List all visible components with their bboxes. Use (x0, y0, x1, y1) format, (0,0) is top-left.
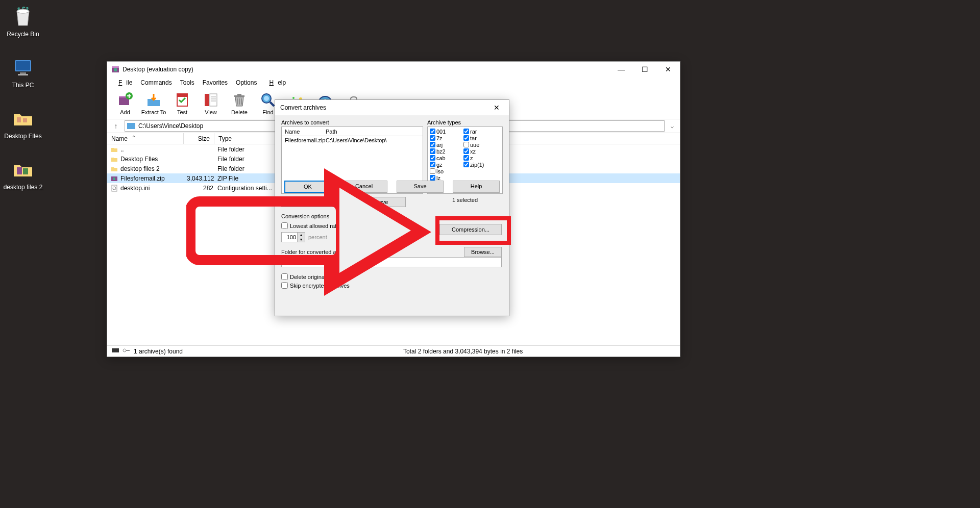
extract-icon (145, 92, 162, 108)
titlebar: Desktop (evaluation copy) — ☐ ✕ (107, 62, 680, 77)
folder-icon (110, 145, 118, 154)
ratio-spinner[interactable]: ▲▼ (281, 232, 305, 242)
archive-type-bz2[interactable]: bz2 (430, 148, 463, 155)
find-icon (260, 92, 276, 108)
compression-button[interactable]: Compression... (439, 224, 502, 235)
archive-type-z[interactable]: z (463, 155, 497, 161)
toolbar-delete[interactable]: Delete (226, 89, 253, 118)
add-button[interactable]: Add... (281, 197, 337, 207)
toolbar-test[interactable]: Test (168, 89, 196, 118)
header-name[interactable]: Name ˆ (107, 133, 184, 144)
zip-icon (110, 174, 118, 183)
archive-type-tar[interactable]: tar (463, 135, 497, 141)
desktop-icon-label: Desktop FIles (3, 133, 43, 141)
menu-tools[interactable]: Tools (176, 78, 199, 87)
ok-button[interactable]: OK (284, 181, 331, 193)
save-button[interactable]: Save (397, 181, 444, 193)
archives-label: Archives to convert (281, 119, 503, 125)
svg-rect-6 (23, 118, 27, 122)
key-icon (122, 347, 131, 355)
this-pc-icon (11, 55, 35, 80)
folder-input[interactable] (281, 257, 502, 267)
close-button[interactable]: ✕ (656, 62, 680, 77)
archive-type-zip(1)[interactable]: zip(1) (463, 161, 497, 168)
svg-rect-18 (210, 94, 217, 106)
view-icon (203, 92, 219, 108)
archive-type-001[interactable]: 001 (430, 128, 463, 135)
status-left: 1 archive(s) found (134, 348, 183, 355)
status-right: Total 2 folders and 3,043,394 bytes in 2… (403, 348, 523, 355)
desktop-icon-folder-1[interactable]: Desktop FIles (3, 106, 43, 141)
svg-point-41 (123, 349, 126, 352)
recycle-bin-icon (11, 4, 35, 29)
folder-icon (110, 155, 118, 163)
archive-type-uue[interactable]: uue (463, 141, 497, 148)
menubar: File Commands Tools Favorites Options He… (107, 77, 680, 88)
svg-line-29 (270, 102, 274, 106)
desktop-icon-folder-2[interactable]: desktop files 2 (3, 157, 43, 192)
archive-type-7z[interactable]: 7z (430, 135, 463, 141)
archive-type-xz[interactable]: xz (463, 148, 497, 155)
path-dropdown[interactable]: ⌵ (668, 123, 677, 129)
menu-file[interactable]: File (110, 78, 136, 87)
desktop-icon-this-pc[interactable]: This PC (3, 55, 43, 90)
maximize-button[interactable]: ☐ (633, 62, 656, 77)
svg-rect-17 (205, 94, 209, 106)
up-button[interactable]: ↑ (110, 120, 121, 132)
archive-type-iso[interactable]: iso (430, 168, 463, 174)
archive-row[interactable]: Filesforemail.zip C:\Users\Vince\Desktop… (282, 136, 423, 144)
desktop-icon-label: Recycle Bin (3, 31, 43, 39)
dialog-titlebar: Convert archives ✕ (275, 100, 509, 115)
archive-type-rar[interactable]: rar (463, 128, 497, 135)
menu-commands[interactable]: Commands (136, 78, 176, 87)
menu-options[interactable]: Options (232, 78, 261, 87)
minimize-button[interactable]: — (609, 62, 633, 77)
conversion-options-label: Conversion options (281, 213, 329, 219)
archive-type-cab[interactable]: cab (430, 155, 463, 161)
svg-rect-37 (113, 177, 115, 180)
desktop-icon-label: desktop files 2 (3, 184, 43, 192)
svg-rect-40 (112, 348, 119, 352)
svg-rect-11 (114, 68, 117, 71)
delete-icon (231, 92, 248, 108)
cancel-button[interactable]: Cancel (340, 181, 387, 193)
menu-favorites[interactable]: Favorites (199, 78, 232, 87)
test-icon (174, 92, 190, 108)
toolbar-view[interactable]: View (197, 89, 225, 118)
archive-type-arj[interactable]: arj (430, 141, 463, 148)
desktop-icon-recycle-bin[interactable]: Recycle Bin (3, 4, 43, 39)
header-size[interactable]: Size (184, 133, 214, 144)
dialog-close-button[interactable]: ✕ (486, 100, 507, 115)
lowest-ratio-checkbox[interactable]: Lowest allowed ratio (281, 222, 341, 229)
remove-button[interactable]: Remove (350, 197, 406, 207)
svg-rect-4 (18, 74, 28, 75)
svg-rect-3 (20, 72, 26, 74)
archive-type-gz[interactable]: gz (430, 161, 463, 168)
folder-icon (127, 123, 135, 129)
delete-original-checkbox[interactable]: Delete original archives (281, 273, 350, 280)
svg-rect-7 (17, 167, 22, 174)
app-icon (111, 65, 119, 73)
menu-help[interactable]: Help (261, 78, 290, 87)
folder-icon (110, 165, 118, 173)
add-icon (117, 92, 133, 108)
svg-rect-16 (177, 94, 187, 97)
svg-rect-8 (23, 168, 28, 174)
disk-icon (111, 347, 119, 355)
skip-encrypted-checkbox[interactable]: Skip encrypted archives (281, 282, 350, 289)
statusbar: 1 archive(s) found Total 2 folders and 3… (107, 345, 680, 357)
svg-point-28 (264, 96, 269, 101)
help-button[interactable]: Help (453, 181, 500, 193)
arch-header-path: Path (323, 129, 423, 135)
toolbar-add[interactable]: Add (111, 89, 139, 118)
header-type[interactable]: Type (214, 133, 281, 144)
svg-rect-23 (237, 94, 241, 95)
svg-rect-10 (112, 66, 119, 68)
folder-label: Folder for converted archives (281, 249, 354, 255)
toolbar-extract[interactable]: Extract To (140, 89, 167, 118)
types-label: Archive types (427, 119, 461, 125)
selected-count: 1 selected (427, 197, 503, 203)
browse-button[interactable]: Browse... (464, 247, 502, 257)
folder-icon (11, 106, 35, 131)
svg-rect-2 (16, 61, 30, 70)
